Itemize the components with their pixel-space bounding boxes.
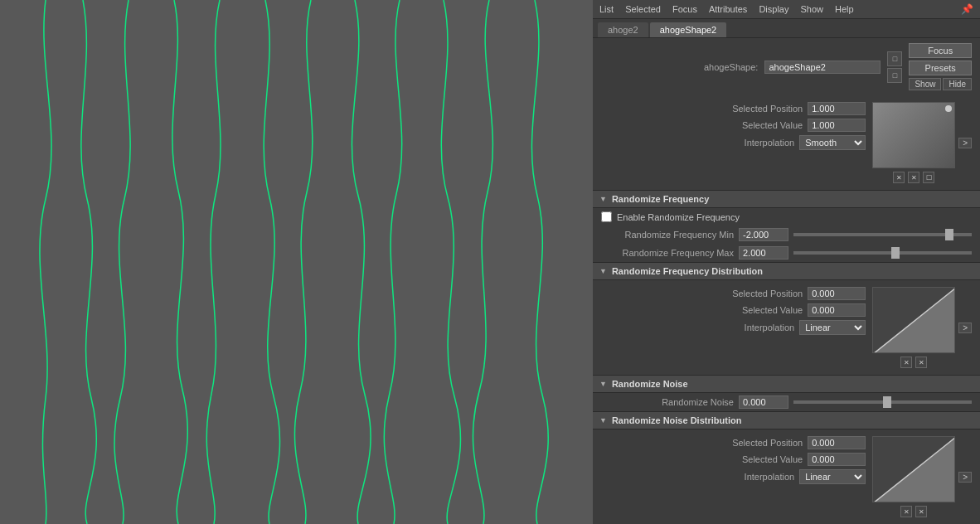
selected-value-input-top[interactable] [808,119,866,132]
selected-value-label-top: Selected Value [720,120,803,130]
selected-value-label-noise-dist: Selected Value [720,454,803,464]
noise-row: Randomize Noise [593,393,980,411]
freq-min-label: Randomize Frequency Min [601,230,734,240]
top-curve-graph[interactable] [872,102,955,168]
noise-label: Randomize Noise [601,397,734,407]
graph-icon-minus-freq-dist[interactable]: ✕ [900,357,912,368]
shape-name-input[interactable] [764,61,881,74]
selected-value-input-noise-dist[interactable] [808,453,866,466]
noise-dist-graph-wrapper: ✕ ✕ > [872,436,972,517]
shape-row: ahogeShape: □ □ Focus Presets Show Hide [593,38,980,95]
selected-value-label-freq-dist: Selected Value [720,305,803,315]
properties-panel: List Selected Focus Attributes Display S… [593,0,980,524]
selected-position-label-top: Selected Position [720,104,803,114]
interpolation-label-top: Interpolation [711,138,794,148]
freq-max-input[interactable] [739,246,788,260]
collapse-triangle-noise: ▼ [599,380,607,388]
selected-value-input-freq-dist[interactable] [808,303,866,317]
graph-icon-x-noise-dist[interactable]: ✕ [915,506,927,517]
selected-position-label-noise-dist: Selected Position [720,438,803,448]
svg-rect-0 [0,0,593,524]
graph-icon-minus-top[interactable]: ✕ [893,172,905,183]
noise-input[interactable] [739,395,788,409]
freq-dist-curve-section: Selected Position Selected Value Interpo… [593,280,980,375]
noise-track[interactable] [793,400,972,404]
randomize-freq-dist-header[interactable]: ▼ Randomize Frequency Distribution [593,263,980,280]
collapse-triangle-freq-dist: ▼ [599,267,607,275]
randomize-freq-dist-section: ▼ Randomize Frequency Distribution Selec… [593,263,980,376]
top-curve-section: Selected Position Selected Value Interpo… [593,95,980,191]
enable-randomize-freq-checkbox[interactable] [601,211,612,222]
menu-list[interactable]: List [599,4,614,14]
collapse-triangle-freq: ▼ [599,195,607,203]
enable-randomize-freq-row: Enable Randomize Frequency [593,208,980,226]
selected-position-label-freq-dist: Selected Position [720,289,803,298]
focus-button[interactable]: Focus [909,43,972,58]
interpolation-select-freq-dist[interactable]: Linear Smooth [799,320,866,335]
noise-dist-curve-graph[interactable] [872,436,955,502]
graph-icon-x-top[interactable]: ✕ [908,172,919,183]
freq-max-row: Randomize Frequency Max [593,244,980,262]
freq-dist-graph-wrapper: ✕ ✕ > [872,287,972,368]
top-curve-graph-wrapper: ✕ ✕ ☐ > [872,102,972,183]
randomize-frequency-section: ▼ Randomize Frequency Enable Randomize F… [593,191,980,263]
noise-dist-curve-section: Selected Position Selected Value Interpo… [593,429,980,524]
viewport [0,0,593,524]
curve-fields-top: Selected Position Selected Value Interpo… [601,102,866,150]
curve-fields-noise-dist: Selected Position Selected Value Interpo… [601,436,866,484]
enable-randomize-freq-label: Enable Randomize Frequency [617,212,740,222]
randomize-frequency-title: Randomize Frequency [612,194,709,204]
menu-display[interactable]: Display [759,4,788,14]
selected-position-input-noise-dist[interactable] [808,436,866,449]
freq-min-row: Randomize Frequency Min [593,226,980,244]
noise-thumb[interactable] [883,396,891,408]
freq-min-input[interactable] [739,228,788,241]
freq-dist-curve-graph[interactable] [872,287,955,353]
graph-arrow-noise-dist[interactable]: > [958,472,972,483]
randomize-frequency-header[interactable]: ▼ Randomize Frequency [593,191,980,208]
interpolation-select-noise-dist[interactable]: Linear Smooth [799,469,866,484]
graph-arrow-top[interactable]: > [958,138,972,148]
freq-min-thumb[interactable] [945,229,953,240]
menu-selected[interactable]: Selected [625,4,661,14]
randomize-noise-dist-title: Randomize Noise Distribution [612,415,741,425]
menu-show[interactable]: Show [800,4,823,14]
randomize-freq-dist-title: Randomize Frequency Distribution [612,266,763,276]
freq-max-thumb[interactable] [891,247,900,259]
randomize-noise-section: ▼ Randomize Noise Randomize Noise [593,376,980,412]
freq-max-label: Randomize Frequency Max [601,248,734,258]
hide-button[interactable]: Hide [943,78,972,90]
freq-max-track[interactable] [793,251,972,255]
graph-arrow-freq-dist[interactable]: > [958,323,972,333]
paste-icon[interactable]: □ [887,68,902,83]
graph-icon-x-freq-dist[interactable]: ✕ [915,357,927,368]
randomize-noise-dist-section: ▼ Randomize Noise Distribution Selected … [593,412,980,524]
presets-button[interactable]: Presets [909,61,972,75]
selected-position-input-freq-dist[interactable] [808,287,866,300]
randomize-noise-title: Randomize Noise [612,379,688,389]
show-button[interactable]: Show [909,78,941,90]
tab-ahoge2[interactable]: ahoge2 [598,22,648,37]
curve-fields-freq-dist: Selected Position Selected Value Interpo… [601,287,866,335]
interpolation-select-top[interactable]: Smooth Linear [799,135,866,150]
randomize-noise-dist-header[interactable]: ▼ Randomize Noise Distribution [593,412,980,429]
randomize-noise-header[interactable]: ▼ Randomize Noise [593,376,980,393]
interpolation-label-freq-dist: Interpolation [711,323,794,332]
graph-icon-minus-noise-dist[interactable]: ✕ [900,506,912,517]
interpolation-label-noise-dist: Interpolation [711,472,794,482]
collapse-triangle-noise-dist: ▼ [599,416,607,425]
tab-ahogeshape2[interactable]: ahogeShape2 [650,22,727,37]
pin-icon: 📌 [961,3,973,15]
selected-position-input-top[interactable] [808,102,866,115]
graph-icon-box-top[interactable]: ☐ [923,172,934,183]
copy-icon[interactable]: □ [887,51,902,66]
shape-label: ahogeShape: [704,62,758,72]
menu-help[interactable]: Help [835,4,854,14]
panel-content: Selected Position Selected Value Interpo… [593,95,980,524]
menubar: List Selected Focus Attributes Display S… [593,0,980,19]
menu-attributes[interactable]: Attributes [709,4,747,14]
freq-min-track[interactable] [793,233,972,236]
menu-focus[interactable]: Focus [672,4,697,14]
tabs: ahoge2 ahogeShape2 [593,19,980,38]
